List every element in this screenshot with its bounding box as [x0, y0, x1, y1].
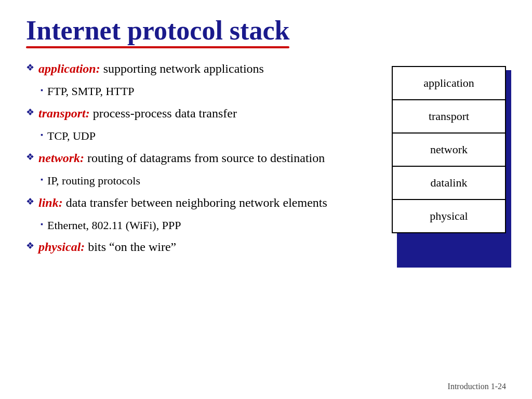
- bullet-text-3: link: data transfer between neighboring …: [38, 195, 327, 211]
- sub-bullets-1: ▪TCP, UDP: [41, 129, 350, 144]
- sub-bullet-2-0: ▪IP, routing protocols: [41, 174, 350, 189]
- sub-text-3-0: Ethernet, 802.11 (WiFi), PPP: [47, 218, 181, 233]
- stack-layer-application: application: [393, 67, 505, 100]
- stack-layer-transport: transport: [393, 100, 505, 134]
- bullet-keyword-0: application:: [38, 62, 100, 75]
- sub-square-icon-1-0: ▪: [41, 131, 43, 139]
- bullet-keyword-3: link:: [38, 196, 63, 209]
- sub-square-icon-3-0: ▪: [41, 220, 43, 229]
- bullet-keyword-1: transport:: [38, 107, 90, 120]
- stack-layer-network: network: [393, 134, 505, 167]
- diamond-icon-4: ❖: [26, 240, 34, 252]
- sub-square-icon-2-0: ▪: [41, 176, 43, 184]
- bullet-keyword-4: physical:: [38, 240, 85, 254]
- footer: Introduction 1-24: [448, 382, 506, 391]
- title-container: Internet protocol stack: [26, 16, 506, 45]
- bullet-block-1: ❖transport: process-process data transfe…: [26, 105, 350, 144]
- bullet-text-0: application: supporting network applicat…: [38, 61, 264, 77]
- stack-diagram: applicationtransportnetworkdatalinkphysi…: [392, 66, 506, 233]
- bullet-item-0: ❖application: supporting network applica…: [26, 61, 350, 77]
- stack-layer-physical: physical: [393, 200, 505, 232]
- bullet-keyword-2: network:: [38, 151, 84, 165]
- diamond-icon-0: ❖: [26, 62, 34, 74]
- stack-layer-datalink: datalink: [393, 167, 505, 200]
- sub-bullets-2: ▪IP, routing protocols: [41, 174, 350, 189]
- diamond-icon-2: ❖: [26, 151, 34, 163]
- right-content: applicationtransportnetworkdatalinkphysi…: [371, 61, 506, 262]
- bullet-text-1: transport: process-process data transfer: [38, 105, 237, 122]
- sub-bullet-1-0: ▪TCP, UDP: [41, 129, 350, 144]
- sub-text-2-0: IP, routing protocols: [47, 174, 140, 189]
- bullet-item-1: ❖transport: process-process data transfe…: [26, 105, 350, 122]
- bullet-block-2: ❖network: routing of datagrams from sour…: [26, 150, 350, 189]
- sub-bullets-3: ▪Ethernet, 802.11 (WiFi), PPP: [41, 218, 350, 233]
- sub-text-0-0: FTP, SMTP, HTTP: [47, 84, 135, 99]
- content-area: ❖application: supporting network applica…: [26, 61, 506, 262]
- title-underline: [26, 46, 289, 48]
- sub-bullet-0-0: ▪FTP, SMTP, HTTP: [41, 84, 350, 99]
- bullet-item-4: ❖physical: bits “on the wire”: [26, 239, 350, 255]
- bullet-text-4: physical: bits “on the wire”: [38, 239, 176, 255]
- bullet-block-4: ❖physical: bits “on the wire”: [26, 239, 350, 255]
- diamond-icon-1: ❖: [26, 107, 34, 118]
- slide-title: Internet protocol stack: [26, 16, 289, 45]
- slide: Internet protocol stack ❖application: su…: [0, 0, 532, 399]
- bullet-item-3: ❖link: data transfer between neighboring…: [26, 195, 350, 211]
- sub-bullets-0: ▪FTP, SMTP, HTTP: [41, 84, 350, 99]
- sub-square-icon-0-0: ▪: [41, 86, 43, 95]
- sub-text-1-0: TCP, UDP: [47, 129, 96, 144]
- bullet-text-2: network: routing of datagrams from sourc…: [38, 150, 325, 166]
- diamond-icon-3: ❖: [26, 196, 34, 208]
- bullet-block-0: ❖application: supporting network applica…: [26, 61, 350, 99]
- stack-boxes: applicationtransportnetworkdatalinkphysi…: [392, 66, 506, 233]
- left-content: ❖application: supporting network applica…: [26, 61, 361, 262]
- bullet-block-3: ❖link: data transfer between neighboring…: [26, 195, 350, 233]
- bullet-item-2: ❖network: routing of datagrams from sour…: [26, 150, 350, 166]
- sub-bullet-3-0: ▪Ethernet, 802.11 (WiFi), PPP: [41, 218, 350, 233]
